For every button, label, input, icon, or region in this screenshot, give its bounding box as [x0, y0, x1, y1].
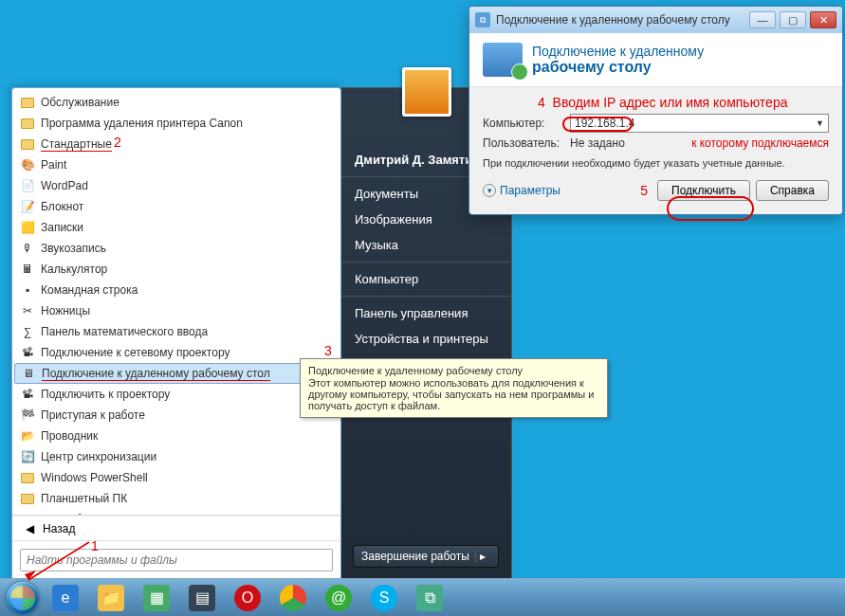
wordpad-icon: 📄 [20, 178, 35, 193]
start-menu-item[interactable]: 📂Проводник [14, 426, 339, 446]
connect-button[interactable]: Подключить [657, 180, 750, 201]
help-button[interactable]: Справка [756, 180, 829, 201]
start-right-item[interactable]: Компьютер [341, 266, 511, 292]
start-menu-item-label: Программа удаления принтера Canon [41, 117, 243, 130]
start-menu-item-label: Подключить к проектору [41, 388, 170, 401]
start-menu-item[interactable]: Планшетный ПК [14, 488, 339, 509]
start-button[interactable] [4, 581, 42, 615]
start-menu-item-label: Подключение к сетевому проектору [41, 346, 230, 359]
user-avatar[interactable] [402, 67, 451, 117]
tooltip-body: Этот компьютер можно использовать для по… [308, 377, 599, 411]
start-menu-item[interactable]: 📽Подключить к проектору [14, 384, 339, 405]
rdp-icon: 🖥 [21, 366, 36, 381]
folder-icon [20, 116, 35, 131]
credentials-note: При подключении необходимо будет указать… [483, 157, 829, 169]
shutdown-button[interactable]: Завершение работы ▸ [353, 545, 499, 568]
start-menu-item-label: Звукозапись [41, 242, 106, 255]
start-menu-item[interactable]: ∑Панель математического ввода [14, 321, 339, 342]
start-menu-item[interactable]: 🏁Приступая к работе [14, 405, 339, 426]
taskbar-app[interactable]: ▤ [180, 581, 224, 615]
start-menu-item[interactable]: Стандартные [14, 134, 339, 154]
taskbar-explorer[interactable]: 📁 [89, 581, 133, 615]
proj-icon: 📽 [20, 387, 35, 402]
start-menu-item[interactable]: 🔄Центр синхронизации [14, 446, 339, 467]
folder-icon [20, 95, 35, 110]
folder-icon [20, 491, 35, 506]
annotation-4-text: Вводим IP адрес или имя компьютера [553, 95, 788, 110]
app-icon: ▤ [189, 585, 215, 611]
start-menu-programs-list[interactable]: ОбслуживаниеПрограмма удаления принтера … [12, 88, 340, 516]
dialog-header: Подключение к удаленному рабочему столу [469, 33, 842, 87]
options-toggle[interactable]: ▾ Параметры [483, 184, 560, 197]
minimize-button[interactable]: — [749, 11, 776, 28]
start-menu-item[interactable]: ▪Командная строка [14, 280, 339, 300]
start-right-item[interactable]: Устройства и принтеры [341, 326, 511, 352]
start-right-item[interactable]: Панель управления [341, 300, 511, 326]
start-menu-item-label: Калькулятор [41, 263, 107, 276]
computer-label: Компьютер: [483, 117, 564, 130]
start-menu-item[interactable]: 🟨Записки [14, 217, 339, 238]
start-menu-item-label: Paint [41, 158, 66, 172]
computer-value: 192.168.1.4 [575, 117, 634, 130]
cmd-icon: ▪ [20, 282, 35, 298]
minimize-icon: — [758, 14, 768, 26]
annotation-4-number: 4 [538, 95, 545, 110]
start-menu-item[interactable]: 📝Блокнот [14, 196, 339, 217]
maximize-button[interactable]: ▢ [780, 11, 806, 28]
start-menu-item[interactable]: 🎨Paint [14, 154, 339, 175]
rdp-icon: ⧉ [475, 12, 490, 27]
start-menu-item[interactable]: Программа удаления принтера Canon [14, 113, 339, 134]
computer-combobox[interactable]: 192.168.1.4 ▼ [570, 114, 829, 133]
user-label: Пользователь: [483, 136, 564, 150]
taskbar-chrome[interactable] [271, 581, 315, 615]
remote-desktop-dialog: ⧉ Подключение к удаленному рабочему стол… [468, 6, 843, 215]
shutdown-area: Завершение работы ▸ [353, 545, 500, 568]
taskbar-opera[interactable]: O [226, 581, 269, 615]
start-menu-search-input[interactable] [20, 549, 333, 571]
chevron-down-icon: ▼ [816, 118, 824, 128]
app-icon: ▦ [143, 585, 170, 611]
start-menu-item-label: Записки [41, 221, 83, 234]
back-arrow-icon: ◀ [22, 521, 37, 536]
paint-icon: 🎨 [20, 157, 35, 172]
windows-orb-icon [7, 582, 39, 614]
start-menu-item[interactable]: 📄WordPad [14, 175, 339, 196]
start-menu-back-button[interactable]: ◀ Назад [12, 516, 340, 540]
start-menu-item[interactable]: ✂Ножницы [14, 300, 339, 321]
shutdown-label: Завершение работы [361, 550, 469, 563]
start-menu-item[interactable]: 🎙Звукозапись [14, 238, 339, 259]
start-menu-item-label: Проводник [41, 429, 98, 443]
options-label: Параметры [500, 184, 560, 197]
start-menu-search-container [12, 540, 340, 579]
dialog-titlebar[interactable]: ⧉ Подключение к удаленному рабочему стол… [469, 7, 842, 33]
shutdown-options-arrow-icon[interactable]: ▸ [475, 550, 490, 563]
user-value: Не задано [570, 136, 625, 150]
annotation-5: 5 [640, 183, 648, 198]
start-menu-item[interactable]: Обслуживание [14, 92, 339, 113]
start-menu-item-label: WordPad [41, 179, 88, 192]
close-button[interactable]: ✕ [810, 11, 836, 28]
sticky-icon: 🟨 [20, 220, 35, 235]
start-menu-item-label: Командная строка [41, 283, 138, 297]
calc-icon: 🖩 [20, 262, 35, 277]
taskbar-app[interactable]: @ [317, 581, 360, 615]
start-menu-item[interactable]: 🖩Калькулятор [14, 259, 339, 280]
start-menu-item[interactable]: 📽Подключение к сетевому проектору [14, 342, 339, 363]
start-menu-item[interactable]: Служебные [14, 509, 339, 516]
start-menu-item-label: Панель математического ввода [41, 325, 208, 338]
folder-icon: 📁 [98, 585, 124, 611]
start-icon: 🏁 [20, 408, 35, 423]
netproj-icon: 📽 [20, 345, 35, 360]
dialog-body: 4 Вводим IP адрес или имя компьютера Ком… [469, 87, 842, 214]
start-right-item[interactable]: Музыка [341, 232, 511, 258]
app-icon: @ [325, 585, 352, 611]
taskbar-rdp[interactable]: ⧉ [408, 581, 451, 615]
start-menu-item[interactable]: 🖥Подключение к удаленному рабочему стол [14, 363, 339, 384]
snip-icon: ✂ [20, 303, 35, 318]
close-icon: ✕ [819, 14, 828, 27]
start-menu-item[interactable]: Windows PowerShell [14, 467, 339, 488]
taskbar-app[interactable]: ▦ [135, 581, 178, 615]
taskbar-ie[interactable]: e [44, 581, 87, 615]
notepad-icon: 📝 [20, 199, 35, 214]
taskbar-skype[interactable]: S [362, 581, 406, 615]
